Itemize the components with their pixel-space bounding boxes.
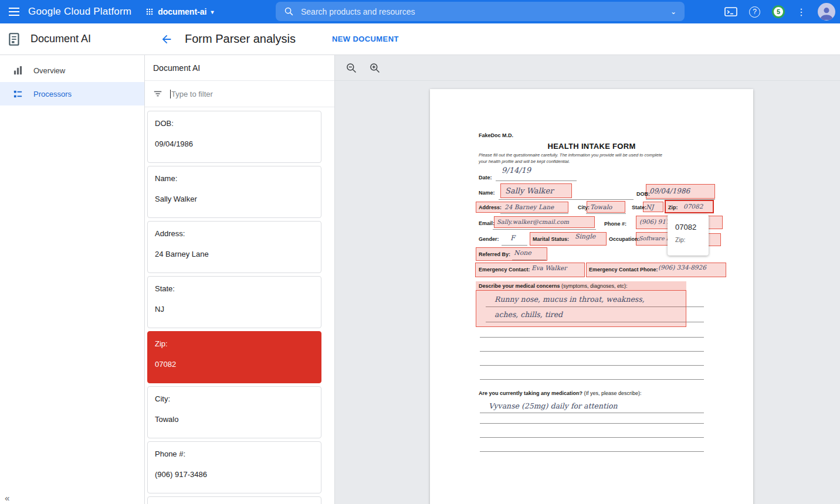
doc-clinic-name: FakeDoc M.D. (479, 132, 513, 138)
topbar-actions: ? 5 ⋮ (724, 0, 835, 23)
doc-zip-value: 07082 (683, 203, 703, 210)
left-nav: Overview Processors « (0, 55, 145, 504)
doc-marital-label: Marital Status: (533, 236, 569, 242)
doc-instructions: your health profile and will be kept con… (479, 159, 570, 164)
menu-icon[interactable] (0, 6, 28, 17)
field-card-name[interactable]: Name: Sally Walker (147, 166, 321, 218)
document-canvas: FakeDoc M.D. HEALTH INTAKE FORM Please f… (335, 55, 840, 504)
sidebar-item-label: Overview (33, 66, 65, 75)
collapse-nav-icon[interactable]: « (5, 493, 9, 503)
page-title: Form Parser analysis (185, 32, 296, 46)
field-card-zip[interactable]: Zip: 07082 (147, 331, 321, 383)
app-header: Document AI Form Parser analysis NEW DOC… (0, 23, 840, 55)
field-card-city[interactable]: City: Towalo (147, 386, 321, 438)
viewer-toolbar (335, 55, 840, 81)
field-card-partial[interactable] (147, 496, 321, 504)
doc-address-label: Address: (479, 205, 502, 210)
cloud-shell-icon[interactable] (724, 6, 737, 17)
doc-concerns-line1: Runny nose, mucus in throat, weakness, (494, 295, 645, 304)
doc-name-label: Name: (479, 190, 495, 196)
doc-emergency-contact-label: Emergency Contact: (479, 267, 530, 273)
doc-medication-value: Vyvanse (25mg) daily for attention (489, 401, 618, 410)
zoom-out-button[interactable] (346, 62, 357, 74)
search-input[interactable] (301, 7, 670, 16)
doc-gender-value: F (510, 234, 515, 242)
doc-referred-label: Referred By: (479, 251, 510, 257)
text-cursor (170, 90, 171, 98)
doc-emergency-phone-value: (906) 334-8926 (658, 264, 706, 271)
app-title: Document AI (31, 33, 91, 45)
field-card-address[interactable]: Address: 24 Barney Lane (147, 221, 321, 273)
filter-bar (145, 81, 334, 107)
project-caret-icon: ▾ (211, 9, 214, 15)
doc-phone-label: Phone #: (604, 221, 626, 227)
doc-name-value: Sally Walker (505, 186, 553, 195)
doc-city-label: City: (578, 205, 590, 210)
avatar[interactable] (818, 3, 835, 21)
doc-title: HEALTH INTAKE FORM (430, 142, 753, 151)
back-arrow-icon[interactable] (160, 33, 173, 46)
document-page: FakeDoc M.D. HEALTH INTAKE FORM Please f… (430, 89, 753, 504)
fields-panel: Document AI DOB: 09/04/1986 Name: Sally … (145, 55, 335, 504)
overview-icon (13, 66, 23, 76)
doc-dob-value: 09/04/1986 (649, 187, 690, 195)
doc-state-label: State: (632, 205, 646, 210)
field-card-state[interactable]: State: NJ (147, 276, 321, 328)
search-icon (284, 6, 294, 16)
processors-icon (13, 89, 23, 99)
doc-emergency-contact-value: Eva Walker (531, 264, 567, 271)
field-card-list: DOB: 09/04/1986 Name: Sally Walker Addre… (145, 107, 334, 504)
doc-date-value: 9/14/19 (502, 166, 531, 175)
doc-dob-label: DOB: (636, 191, 650, 197)
gcp-logo[interactable]: Google Cloud Platform (28, 6, 131, 18)
topbar: Google Cloud Platform document-ai ▾ ⌄ ? … (0, 0, 840, 23)
project-selector[interactable]: document-ai ▾ (145, 7, 214, 16)
filter-icon (153, 89, 162, 98)
page-header: Form Parser analysis NEW DOCUMENT (145, 32, 840, 46)
field-card-phone[interactable]: Phone #: (906) 917-3486 (147, 441, 321, 493)
filter-input[interactable] (171, 90, 334, 98)
tooltip-value: 07082 (675, 223, 709, 231)
tooltip-label: Zip: (675, 236, 709, 243)
doc-email-label: Email: (479, 220, 494, 226)
project-name: document-ai (158, 7, 206, 16)
doc-address-value: 24 Barney Lane (504, 203, 554, 210)
doc-email-value: Sally.walker@cmail.com (497, 219, 569, 225)
global-search[interactable]: ⌄ (276, 2, 685, 21)
doc-instructions: Please fill out the questionnaire carefu… (479, 152, 662, 158)
doc-medication-header: Are you currently taking any medication?… (479, 390, 642, 396)
doc-zip-label: Zip: (668, 205, 678, 210)
document-ai-icon (7, 32, 22, 47)
new-document-button[interactable]: NEW DOCUMENT (332, 35, 399, 43)
panel-title: Document AI (145, 55, 334, 81)
doc-gender-label: Gender: (479, 236, 499, 242)
doc-city-value: Towalo (590, 203, 612, 210)
search-chevron-down-icon[interactable]: ⌄ (670, 8, 676, 16)
field-tooltip: 07082 Zip: (668, 214, 709, 256)
doc-concerns-header: Describe your medical concerns (symptoms… (479, 283, 628, 289)
sidebar-item-label: Processors (33, 90, 72, 98)
help-icon[interactable]: ? (749, 6, 760, 18)
project-icon (145, 8, 154, 16)
doc-concerns-line2: aches, chills, tired (494, 310, 563, 319)
field-card-dob[interactable]: DOB: 09/04/1986 (147, 111, 321, 163)
doc-state-value: NJ (646, 203, 653, 210)
doc-marital-value: Single (575, 233, 595, 240)
kebab-menu-icon[interactable]: ⋮ (797, 6, 806, 18)
doc-referred-value: None (514, 249, 531, 257)
product-header: Document AI (0, 32, 145, 47)
notification-badge[interactable]: 5 (772, 5, 785, 18)
doc-date-label: Date: (479, 175, 492, 181)
doc-emergency-phone-label: Emergency Contact Phone: (589, 267, 658, 273)
sidebar-item-overview[interactable]: Overview (0, 59, 144, 82)
zoom-in-button[interactable] (369, 62, 381, 74)
body: Overview Processors « Document AI DOB: 0… (0, 55, 840, 504)
sidebar-item-processors[interactable]: Processors (0, 82, 144, 105)
doc-occupation-label: Occupation: (609, 236, 640, 242)
